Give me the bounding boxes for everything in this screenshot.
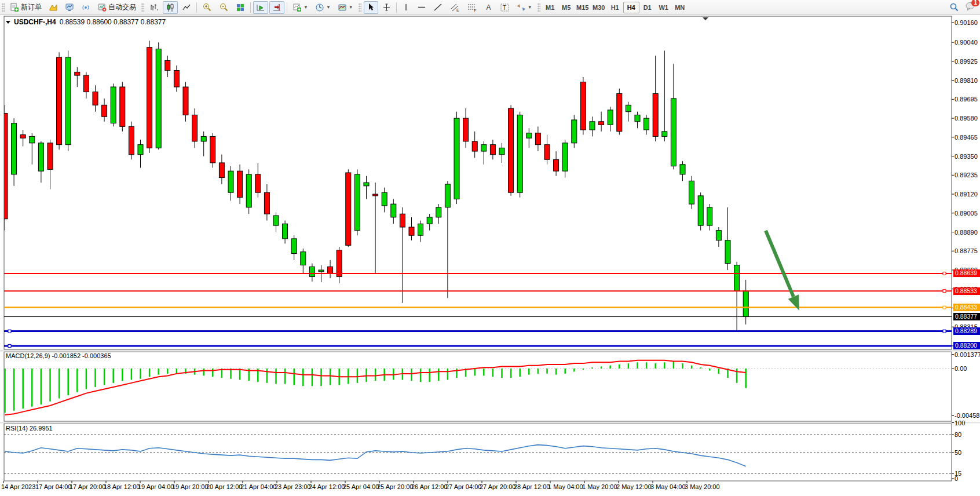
candle-body [346, 173, 351, 245]
timeframe-w1[interactable]: W1 [656, 2, 672, 13]
candle-body [400, 214, 405, 227]
toolbar-separator [396, 2, 397, 13]
price-tick-label: 0.88775 [955, 247, 978, 254]
chart-canvas[interactable] [0, 15, 980, 496]
zoom-in-button[interactable] [199, 1, 215, 14]
line-chart-mode-icon [182, 3, 191, 12]
timeframe-h1[interactable]: H1 [607, 2, 623, 13]
chevron-down-icon: ▼ [303, 5, 308, 10]
candle-body [283, 224, 288, 239]
trendline-tool-button[interactable] [430, 1, 445, 14]
line-chart-mode-button[interactable] [179, 1, 194, 14]
vertical-line-tool-button[interactable] [399, 1, 413, 14]
line-handle[interactable] [943, 330, 946, 333]
line-handle[interactable] [943, 306, 946, 309]
zoom-out-button[interactable] [216, 1, 232, 14]
indicators-button[interactable]: ▼ [290, 1, 311, 14]
new-order-button[interactable]: 新订单 [7, 1, 45, 14]
periods-clock-icon [315, 3, 324, 12]
candle-body [237, 171, 243, 198]
equidistant-channel-tool-button[interactable]: E [447, 1, 463, 14]
price-tick-label: 0.90040 [955, 39, 978, 46]
fibonacci-tool-button[interactable]: F [464, 1, 480, 14]
fibonacci-icon: F [467, 3, 477, 12]
time-axis-label: 17 Apr 04:00 [35, 483, 71, 490]
templates-icon [338, 3, 347, 12]
tile-windows-icon [236, 3, 245, 12]
rsi-value: 26.9951 [30, 425, 53, 432]
new-chart-button[interactable] [46, 1, 61, 14]
signals-button[interactable] [78, 1, 93, 14]
time-axis-label: 2 May 12:00 [616, 483, 652, 490]
time-axis-label: 19 Apr 20:00 [172, 483, 208, 490]
level-price-label-resistance-1: 0.88639 [953, 269, 980, 277]
panel-splitter[interactable] [0, 350, 980, 352]
autotrading-button[interactable]: 自动交易 [94, 1, 139, 14]
candle-body [301, 252, 306, 265]
candle-body [192, 115, 198, 141]
candlestick-mode-icon [166, 3, 175, 12]
candle-body [635, 115, 640, 121]
text-label-tool-button[interactable]: T [497, 1, 513, 14]
timeframe-m15[interactable]: M15 [575, 2, 591, 13]
tile-windows-button[interactable] [233, 1, 248, 14]
time-axis-label: 17 Apr 20:00 [70, 483, 105, 490]
candle-body [328, 267, 333, 273]
panel-splitter[interactable] [0, 422, 980, 424]
line-handle[interactable] [943, 272, 946, 275]
candle-body [481, 145, 487, 151]
candle-body [680, 165, 685, 174]
timeframe-m5[interactable]: M5 [558, 2, 575, 13]
line-handle[interactable] [8, 330, 11, 333]
search-icon[interactable] [949, 2, 959, 12]
candle-body [644, 118, 649, 130]
macd-tick-label: 0.001377 [955, 351, 980, 358]
toolbar-separator [250, 2, 251, 13]
horizontal-line-tool-button[interactable] [414, 1, 429, 14]
symbol-dropdown-icon[interactable] [6, 21, 10, 24]
candle-body [75, 72, 80, 75]
price-tick-label: 0.89120 [955, 191, 978, 198]
top-toolbar: 新订单 自动交易 [0, 0, 980, 15]
timeframe-mn[interactable]: MN [672, 2, 688, 13]
candlestick-mode-button[interactable] [163, 1, 178, 14]
autotrading-label: 自动交易 [108, 2, 136, 12]
new-order-label: 新订单 [21, 2, 42, 12]
timeframe-d1[interactable]: D1 [639, 2, 656, 13]
candle-body [544, 145, 550, 160]
bar-chart-mode-button[interactable] [147, 1, 162, 14]
notification-badge: 1 [971, 0, 979, 6]
cursor-tool-button[interactable] [364, 1, 378, 14]
candle-body [490, 145, 495, 155]
rsi-tick-label: 50 [955, 449, 961, 456]
zoom-out-icon [219, 2, 229, 12]
arrows-tool-button[interactable]: ▼ [514, 1, 535, 14]
timeframe-h4[interactable]: H4 [623, 2, 639, 13]
line-handle[interactable] [8, 344, 11, 347]
candle-body [228, 171, 233, 192]
text-tool-button[interactable]: A [481, 1, 496, 14]
chart-shift-button[interactable] [269, 1, 284, 14]
candle-body [120, 87, 125, 126]
auto-scroll-button[interactable] [253, 1, 268, 14]
crosshair-tool-button[interactable] [379, 1, 394, 14]
timeframe-m30[interactable]: M30 [591, 2, 607, 13]
toolbar-grip [359, 3, 361, 12]
candle-body [30, 136, 35, 143]
level-price-label-resistance-2: 0.88533 [953, 287, 980, 295]
candle-body [219, 163, 224, 178]
periods-button[interactable]: ▼ [312, 1, 334, 14]
candle-body [662, 132, 667, 137]
candle-body [716, 231, 721, 240]
text-icon: A [484, 3, 493, 12]
templates-button[interactable]: ▼ [335, 1, 356, 14]
candle-body [445, 184, 450, 207]
candle-body [156, 49, 161, 148]
line-handle[interactable] [943, 290, 946, 293]
notifications-button[interactable]: 1 [965, 2, 975, 13]
timeframe-m1[interactable]: M1 [542, 2, 558, 13]
market-watch-button[interactable] [62, 1, 77, 14]
candle-body [201, 136, 206, 141]
candle-body [526, 133, 532, 138]
candle-body [382, 192, 387, 206]
